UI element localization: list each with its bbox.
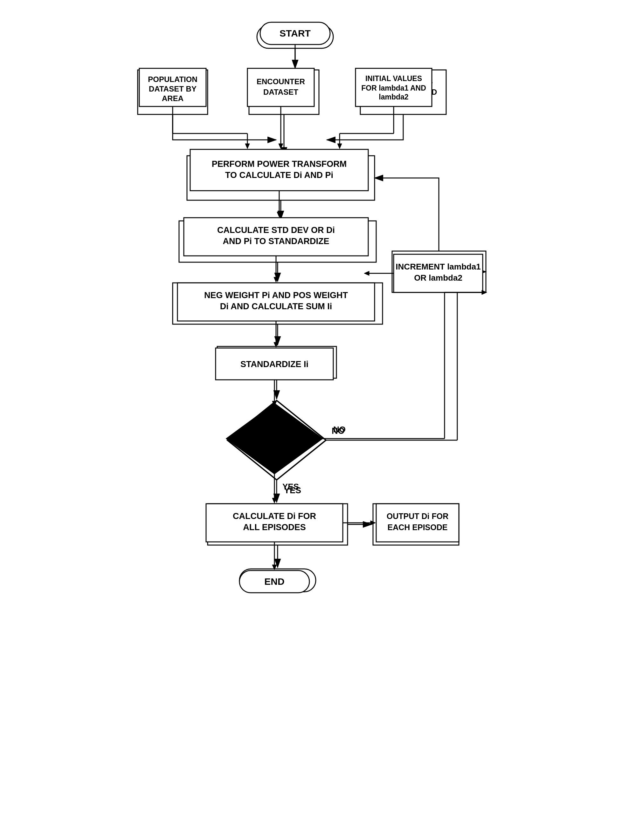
svg-text:AREA: AREA bbox=[162, 98, 184, 107]
svg-text:DATASET: DATASET bbox=[266, 92, 302, 101]
svg-rect-89 bbox=[187, 156, 375, 200]
svg-text:YES: YES bbox=[284, 485, 301, 495]
svg-text:DATASET BY: DATASET BY bbox=[148, 87, 197, 96]
svg-text:ALL EPISODES: ALL EPISODES bbox=[246, 525, 309, 534]
svg-text:NO: NO bbox=[332, 426, 345, 436]
svg-text:NEG WEIGHT Pi AND POS WEIGHT: NEG WEIGHT Pi AND POS WEIGHT bbox=[206, 292, 350, 301]
svg-text:AND Pi TO STANDARDIZE: AND Pi TO STANDARDIZE bbox=[224, 242, 331, 251]
svg-text:FOR lambda1 AND: FOR lambda1 AND bbox=[369, 88, 437, 96]
svg-text:AN2 <: AN2 < bbox=[264, 426, 289, 435]
svg-text:?: ? bbox=[274, 446, 279, 455]
svg-text:OUTPUT Di FOR: OUTPUT Di FOR bbox=[385, 513, 447, 522]
svg-text:Di AND CALCULATE SUM Ii: Di AND CALCULATE SUM Ii bbox=[222, 304, 334, 313]
svg-text:INITIAL VALUES: INITIAL VALUES bbox=[374, 77, 433, 86]
svg-text:STANDARDIZE Ii: STANDARDIZE Ii bbox=[242, 358, 311, 367]
svg-text:EACH EPISODE: EACH EPISODE bbox=[386, 525, 446, 534]
flowchart: START POPULATION DATASET BY AREA ENCOUNT… bbox=[120, 13, 502, 826]
svg-text:OR lambda2: OR lambda2 bbox=[416, 271, 462, 280]
svg-rect-115 bbox=[373, 504, 459, 545]
svg-text:START: START bbox=[279, 33, 312, 44]
svg-text:INCREMENT lambda1: INCREMENT lambda1 bbox=[398, 260, 480, 269]
svg-text:POPULATION: POPULATION bbox=[147, 77, 198, 86]
svg-rect-111 bbox=[208, 504, 348, 545]
svg-text:AN2(0.05): AN2(0.05) bbox=[257, 436, 297, 445]
svg-text:CALCULATE STD DEV OR Di: CALCULATE STD DEV OR Di bbox=[219, 230, 337, 239]
svg-rect-93 bbox=[179, 221, 376, 262]
svg-text:ENCOUNTER: ENCOUNTER bbox=[259, 82, 309, 91]
svg-text:lambda2: lambda2 bbox=[388, 98, 418, 107]
svg-text:PERFORM POWER TRANSFORM: PERFORM POWER TRANSFORM bbox=[213, 167, 349, 176]
svg-text:CALCULATE Di FOR: CALCULATE Di FOR bbox=[236, 513, 319, 522]
svg-text:TO CALCULATE Di AND Pi: TO CALCULATE Di AND Pi bbox=[227, 179, 335, 188]
svg-rect-97 bbox=[173, 283, 383, 324]
svg-text:END: END bbox=[267, 576, 288, 587]
